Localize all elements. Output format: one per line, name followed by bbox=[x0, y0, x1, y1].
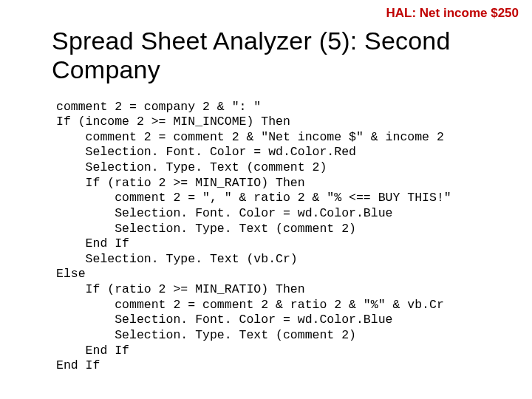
slide-title: Spread Sheet Analyzer (5): Second Compan… bbox=[52, 27, 532, 84]
header-note: HAL: Net income $250 bbox=[386, 6, 519, 21]
code-block: comment 2 = company 2 & ": " If (income … bbox=[56, 100, 517, 374]
